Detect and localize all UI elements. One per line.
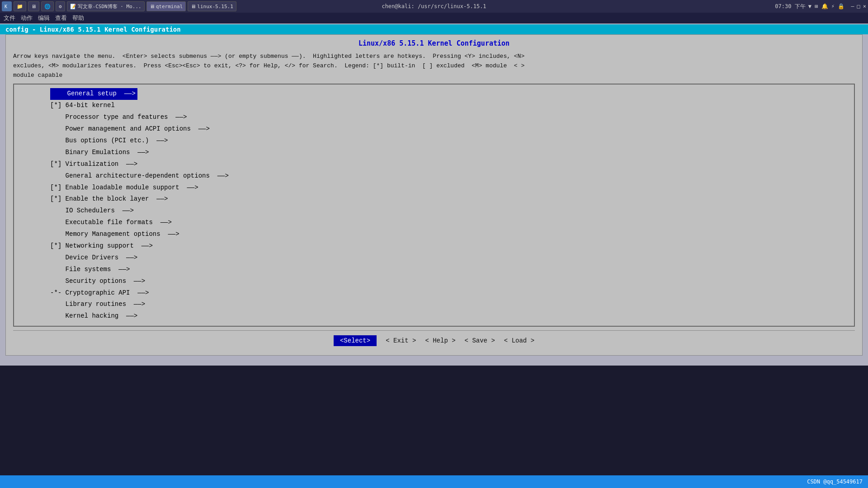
exit-button[interactable]: < Exit > [386, 337, 416, 344]
menu-item-drivers[interactable]: Device Drivers ——> [50, 252, 818, 264]
selected-item-label: General setup ——> [50, 88, 137, 100]
menu-item-lib[interactable]: Library routines ——> [50, 299, 818, 310]
menu-edit[interactable]: 编辑 [38, 14, 50, 22]
menu-view[interactable]: 查看 [55, 14, 67, 22]
taskbar-btn-settings[interactable]: ⚙ [56, 1, 65, 11]
taskbar-center-text: chen@kali: /usr/src/linux-5.15.1 [382, 3, 486, 9]
main-panel: Linux/x86 5.15.1 Kernel Configuration Ar… [5, 34, 863, 356]
qterminal-icon: 🖥 [150, 4, 155, 9]
menu-list: General setup ——> [*] 64-bit kernel Proc… [50, 88, 818, 322]
load-button[interactable]: < Load > [504, 337, 534, 344]
bottom-bar: <Select> < Exit > < Help > < Save > < Lo… [13, 330, 855, 351]
tray-icons: ▼ ⊞ 🔔 ⚡ 🔒 [808, 3, 845, 9]
taskbar-tab-qterminal[interactable]: 🖥 qterminal [146, 1, 186, 11]
taskbar-left: K 📁 🖥 🌐 ⚙ 📝 写文章-CSDN博客 · Mo... 🖥 qtermin… [2, 1, 236, 11]
select-button[interactable]: <Select> [334, 335, 377, 346]
menu-file[interactable]: 文件 [4, 14, 15, 22]
menu-item-security[interactable]: Security options ——> [50, 276, 818, 287]
status-text: CSDN @qq_54549617 [807, 479, 863, 485]
taskbar-tab-linux[interactable]: 🖥 linux-5.15.1 [188, 1, 236, 11]
close-btn[interactable]: × [863, 3, 866, 9]
csdn-tab-label: 写文章-CSDN博客 · Mo... [78, 3, 142, 10]
menu-box: General setup ——> [*] 64-bit kernel Proc… [13, 84, 855, 327]
help-button[interactable]: < Help > [425, 337, 455, 344]
save-button[interactable]: < Save > [465, 337, 495, 344]
minimize-btn[interactable]: — [851, 3, 854, 9]
menu-item-processor[interactable]: Processor type and features ——> [50, 112, 818, 123]
taskbar-top: K 📁 🖥 🌐 ⚙ 📝 写文章-CSDN博客 · Mo... 🖥 qtermin… [0, 0, 868, 13]
menu-item-hacking[interactable]: Kernel hacking ——> [50, 310, 818, 322]
taskbar-btn-browser[interactable]: 🌐 [41, 1, 54, 11]
menu-item-binary[interactable]: Binary Emulations ——> [50, 147, 818, 159]
settings-icon: ⚙ [59, 4, 62, 9]
qterminal-tab-label: qterminal [156, 4, 183, 9]
time-display: 07:30 下午 [775, 3, 805, 10]
taskbar-btn-terminal[interactable]: 🖥 [28, 1, 39, 11]
menu-item-exec[interactable]: Executable file formats ——> [50, 217, 818, 229]
terminal-icon: 🖥 [31, 4, 36, 9]
menu-help[interactable]: 帮助 [72, 14, 84, 22]
taskbar-bottom: CSDN @qq_54549617 [0, 475, 868, 488]
menu-item-block[interactable]: [*] Enable the block layer ——> [50, 193, 818, 205]
menu-action[interactable]: 动作 [21, 14, 33, 22]
scroll-area [0, 356, 868, 365]
menu-item-io[interactable]: IO Schedulers ——> [50, 205, 818, 217]
menu-item-bus[interactable]: Bus options (PCI etc.) ——> [50, 135, 818, 147]
linux-icon: 🖥 [191, 4, 196, 9]
menu-item-modules[interactable]: [*] Enable loadable module support ——> [50, 182, 818, 194]
menu-item-virt[interactable]: [*] Virtualization ——> [50, 159, 818, 170]
maximize-btn[interactable]: □ [857, 3, 860, 9]
menubar: 文件 动作 编辑 查看 帮助 [0, 13, 868, 23]
browser-icon: 🌐 [44, 4, 51, 9]
menu-item-fs[interactable]: File systems ——> [50, 264, 818, 276]
taskbar-right: 07:30 下午 ▼ ⊞ 🔔 ⚡ 🔒 — □ × [775, 3, 866, 10]
menu-item-crypto[interactable]: -*- Cryptographic API ——> [50, 287, 818, 299]
svg-text:K: K [5, 4, 7, 9]
taskbar-btn-file-manager[interactable]: 📁 [14, 1, 26, 11]
window-title-bar: config - Linux/x86 5.15.1 Kernel Configu… [0, 24, 868, 34]
help-text: Arrow keys navigate the menu. <Enter> se… [13, 52, 855, 80]
menu-item-arch[interactable]: General architecture-dependent options —… [50, 170, 818, 182]
menu-item-general-setup[interactable]: General setup ——> [50, 88, 818, 100]
menu-item-memory[interactable]: Memory Management options ——> [50, 229, 818, 240]
config-title: Linux/x86 5.15.1 Kernel Configuration [13, 39, 855, 47]
menu-item-net[interactable]: [*] Networking support ——> [50, 240, 818, 252]
csdn-icon: 📝 [70, 4, 76, 9]
menu-item-power[interactable]: Power management and ACPI options ——> [50, 123, 818, 135]
file-manager-icon: 📁 [17, 4, 23, 9]
linux-tab-label: linux-5.15.1 [197, 4, 233, 9]
menu-item-64bit[interactable]: [*] 64-bit kernel [50, 100, 818, 112]
taskbar-tab-csdn[interactable]: 📝 写文章-CSDN博客 · Mo... [67, 1, 145, 11]
app-icon[interactable]: K [2, 1, 12, 11]
